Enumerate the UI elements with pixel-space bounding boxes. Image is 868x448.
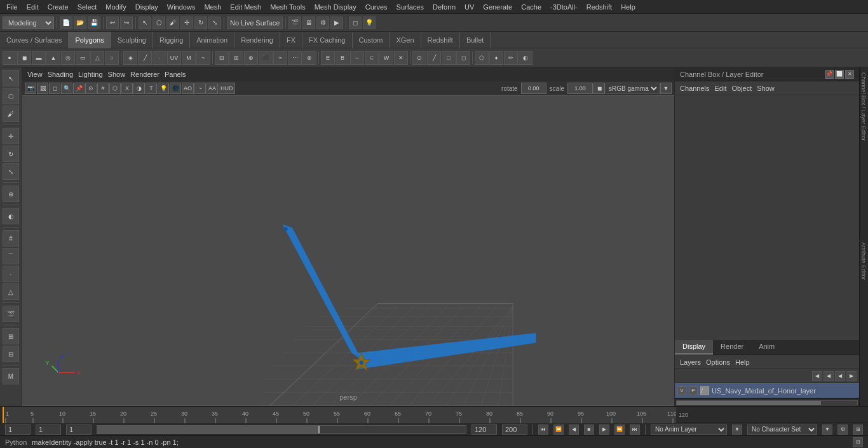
vp-view[interactable]: View [27,71,43,78]
paint-tool-btn[interactable]: 🖌 [3,105,19,122]
cone-icon-btn[interactable]: ▲ [46,51,60,65]
tab-fx[interactable]: FX [280,32,302,48]
cb-tab-render[interactable]: Render [713,340,751,355]
loop-btn[interactable]: □ [442,51,456,65]
cb-tab-anim[interactable]: Anim [751,340,782,355]
render-seq-btn[interactable]: 🖥 [302,17,315,29]
menu-mesh[interactable]: Mesh [200,2,225,12]
vp-wireframe-btn[interactable]: ⬡ [109,83,121,94]
vp-2d-pan-zoom-btn[interactable]: 🔍 [61,83,72,94]
stop-btn[interactable]: ■ [584,424,594,435]
render-settings-btn[interactable]: ⚙ [316,17,329,29]
vp-shading-btn[interactable]: ◑ [133,83,145,94]
move-btn[interactable]: ✛ [180,17,193,29]
vp-panels[interactable]: Panels [165,71,186,78]
menu-select[interactable]: Select [74,2,101,12]
vp-ao-btn[interactable]: AO [182,83,194,94]
layer-row[interactable]: V P / US_Navy_Medal_of_Honor_layer [675,383,859,398]
live-surface-btn[interactable]: No Live Surface [227,17,283,29]
skip-to-start-btn[interactable]: ⏮ [538,424,548,435]
menu-windows[interactable]: Windows [163,2,200,12]
save-scene-btn[interactable]: 💾 [88,17,100,29]
mode-selector[interactable]: Modeling Rigging Animation FX Rendering [3,17,54,29]
fill-btn[interactable]: ⬛ [259,51,273,65]
multi-btn[interactable]: M [182,51,196,65]
playback-range[interactable] [97,425,466,434]
torus-icon-btn[interactable]: ◎ [61,51,75,65]
attr-editor-vertical-label[interactable]: Attribute Editor [860,237,868,407]
pyramid-icon-btn[interactable]: △ [90,51,104,65]
vp-color-mgmt-btn[interactable]: ◼ [593,83,605,94]
hide-manip-btn[interactable]: ⊟ [3,346,19,362]
channel-box-vertical-label[interactable]: Channel Box / Layer Editor [860,67,868,237]
layers-menu-layers[interactable]: Layers [680,358,701,366]
cube-icon-btn[interactable]: ◼ [17,51,31,65]
layer-color-swatch[interactable]: / [700,386,709,395]
menu-deform[interactable]: Deform [429,2,459,12]
remesh-btn[interactable]: ⊗ [302,51,316,65]
layer-playback-btn[interactable]: P [689,386,698,395]
slide-btn[interactable]: ╱ [427,51,441,65]
tab-fx-caching[interactable]: FX Caching [302,32,352,48]
current-frame-field[interactable]: 1 [5,424,31,435]
vp-rotate-val[interactable]: 0.00 [521,83,546,94]
menu-generate[interactable]: Generate [479,2,516,12]
layer-down-btn[interactable]: ▶ [846,371,857,381]
frame-field-2[interactable]: 1 [36,424,61,435]
target-weld-btn[interactable]: ⊙ [412,51,426,65]
h-scroll-track[interactable] [676,400,858,405]
tab-redshift[interactable]: Redshift [421,32,460,48]
scene-canvas[interactable]: X Y Z persp [22,95,674,406]
sphere-icon-btn[interactable]: ● [3,51,17,65]
menu-surfaces[interactable]: Surfaces [393,2,428,12]
anim-end-field[interactable]: 200 [502,424,527,435]
vp-renderer[interactable]: Renderer [130,71,159,78]
bridge-btn[interactable]: ↔ [350,51,364,65]
select-tool-btn[interactable]: ↖ [3,70,19,86]
char-set-settings-btn[interactable]: ⚙ [837,424,848,435]
reduce-btn[interactable]: ⋯ [288,51,302,65]
h-scroll-thumb[interactable] [677,401,821,405]
skip-to-end-btn[interactable]: ⏭ [630,424,640,435]
menu-curves[interactable]: Curves [362,2,391,12]
start-frame-field[interactable]: 1 [66,424,92,435]
display-settings-btn[interactable]: ◻ [349,17,362,29]
layer-visibility-btn[interactable]: V [677,386,686,395]
tab-animation[interactable]: Animation [190,32,234,48]
bevel-btn[interactable]: B [336,51,349,65]
vp-film-gate-btn[interactable]: ◻ [49,83,60,94]
crease-btn[interactable]: ~ [196,51,210,65]
face-btn[interactable]: ◈ [123,51,137,65]
vp-gamma-select[interactable]: sRGB gamma [606,83,660,94]
lighting-btn[interactable]: 💡 [363,17,376,29]
plane-icon-btn[interactable]: ▭ [76,51,90,65]
new-scene-btn[interactable]: 📄 [60,17,72,29]
soft-select-btn[interactable]: ◐ [3,208,19,224]
snap-curve-btn[interactable]: ⌒ [3,248,19,264]
pipe-icon-btn[interactable]: ○ [105,51,119,65]
vp-snap-cam-btn[interactable]: 📌 [73,83,85,94]
snap-surface-btn[interactable]: △ [3,283,19,300]
vp-shadow-btn[interactable]: 🌑 [170,83,181,94]
cmd-copy-btn[interactable]: ⊟ [853,437,863,447]
weld-btn[interactable]: W [379,51,393,65]
cb-float-btn[interactable]: ⬜ [835,70,844,79]
cb-scrollbar-h[interactable] [675,398,859,406]
open-scene-btn[interactable]: 📂 [74,17,86,29]
layer-up-btn[interactable]: ◀ [835,371,845,381]
uv-btn[interactable]: UV [167,51,181,65]
paint-select-btn[interactable]: 🖌 [166,17,179,29]
edge-btn[interactable]: ╱ [138,51,152,65]
universal-tool-btn[interactable]: ⊕ [3,186,19,202]
cb-edit-menu[interactable]: Edit [714,85,726,92]
menu-uv[interactable]: UV [461,2,478,12]
vp-img-plane-btn[interactable]: 🖼 [37,83,48,94]
vp-gamma-arrow[interactable]: ▼ [660,83,672,94]
cb-channels-menu[interactable]: Channels [680,85,709,92]
vp-grid-btn[interactable]: # [97,83,109,94]
menu-edit[interactable]: Edit [23,2,43,12]
vp-scale-val[interactable]: 1.00 [567,83,593,94]
menu-file[interactable]: File [3,2,22,12]
menu-create[interactable]: Create [44,2,72,12]
lasso-btn[interactable]: ⬡ [153,17,165,29]
